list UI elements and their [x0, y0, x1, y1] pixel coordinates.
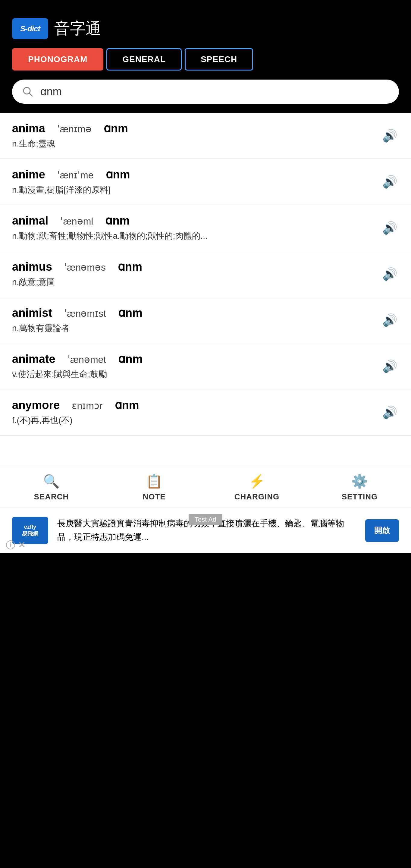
ad-banner: Test Ad ezfly 易飛網 長庚醫大實驗證實青消毒抑制病毒的功效，直接噴… [0, 507, 411, 553]
search-bar [12, 80, 399, 104]
dict-entry-anime[interactable]: anime ˈænɪˈme ɑnm n.動漫畫,樹脂[洋漆的原料] 🔊 [0, 159, 411, 205]
nav-search-label: SEARCH [34, 492, 69, 501]
logo-chinese: 音字通 [54, 18, 101, 39]
dict-phonetic: ˈænɪˈme [57, 169, 94, 181]
dict-word: anime [12, 168, 45, 181]
note-nav-icon: 📋 [146, 473, 162, 489]
dict-match: ɑnm [118, 260, 142, 273]
dict-word: animist [12, 307, 52, 319]
dict-word: animus [12, 260, 52, 273]
dict-entry-content: animate ˈænəmet ɑnm v.使活起來;賦與生命;鼓勵 [12, 352, 381, 380]
dict-phonetic: ˈænəmet [67, 354, 106, 365]
dict-entry-content: anime ˈænɪˈme ɑnm n.動漫畫,樹脂[洋漆的原料] [12, 168, 381, 195]
ad-info-icon[interactable]: i [6, 540, 15, 550]
search-icon [21, 85, 34, 98]
app-header: S-dict 音字通 [0, 0, 411, 48]
dict-definition: n.生命;靈魂 [12, 138, 381, 150]
dict-word: animal [12, 214, 48, 227]
dict-match: ɑnm [118, 352, 143, 366]
setting-nav-icon: ⚙️ [351, 473, 368, 489]
dict-entry-content: animus ˈænəməs ɑnm n.敵意;意圖 [12, 260, 381, 288]
charging-nav-icon: ⚡ [249, 473, 265, 489]
dict-entry-content: anima ˈænɪmə ɑnm n.生命;靈魂 [12, 122, 381, 150]
search-input[interactable] [40, 85, 390, 98]
dict-entry-animate[interactable]: animate ˈænəmet ɑnm v.使活起來;賦與生命;鼓勵 🔊 [0, 343, 411, 390]
ad-close-icon[interactable]: ✕ [18, 539, 26, 550]
ad-logo-text: ezfly 易飛網 [22, 524, 38, 538]
tab-general[interactable]: GENERAL [106, 48, 182, 70]
ad-open-button[interactable]: 開啟 [365, 519, 399, 542]
dict-word: anima [12, 122, 45, 135]
dict-match: ɑnm [118, 306, 143, 319]
dict-entry-animist[interactable]: animist ˈænəmɪst ɑnm n.萬物有靈論者 🔊 [0, 297, 411, 343]
dict-definition: n.萬物有靈論者 [12, 322, 381, 334]
dict-phonetic: ˈænəml [60, 216, 93, 227]
sound-icon[interactable]: 🔊 [381, 173, 399, 191]
dict-phonetic: ˈænɪmə [57, 123, 92, 135]
dict-match: ɑnm [104, 122, 128, 135]
dict-entry-animus[interactable]: animus ˈænəməs ɑnm n.敵意;意圖 🔊 [0, 251, 411, 297]
dict-match: ɑnm [115, 398, 139, 412]
sound-icon[interactable]: 🔊 [381, 219, 399, 237]
dict-definition: v.使活起來;賦與生命;鼓勵 [12, 369, 381, 380]
logo-letter: S-dict [20, 24, 40, 33]
search-nav-icon: 🔍 [43, 473, 60, 489]
tab-phonogram[interactable]: PHONOGRAM [12, 48, 103, 70]
logo-box: S-dict 音字通 [12, 18, 101, 39]
logo-image: S-dict [12, 18, 48, 39]
nav-charging-label: CHARGING [234, 492, 280, 501]
tab-bar: PHONOGRAM GENERAL SPEECH [0, 48, 411, 80]
bottom-navigation: 🔍 SEARCH 📋 NOTE ⚡ CHARGING ⚙️ SETTING [0, 466, 411, 507]
nav-note-label: NOTE [143, 492, 165, 501]
dict-phonetic: ˈænəməs [64, 261, 106, 273]
dict-entry-content: animal ˈænəml ɑnm n.動物;獸;畜牲;動物性;獸性a.動物的;… [12, 214, 381, 242]
sound-icon[interactable]: 🔊 [381, 127, 399, 145]
dict-phonetic: ɛnɪmɔr [72, 400, 102, 411]
nav-note[interactable]: 📋 NOTE [103, 466, 205, 507]
nav-setting-label: SETTING [342, 492, 378, 501]
dict-phonetic: ˈænəmɪst [64, 308, 106, 319]
dict-definition: f.(不)再,再也(不) [12, 415, 381, 426]
dict-word: animate [12, 352, 56, 366]
sound-icon[interactable]: 🔊 [381, 311, 399, 329]
dict-match: ɑnm [106, 168, 130, 181]
search-container [0, 80, 411, 113]
dict-entry-anima[interactable]: anima ˈænɪmə ɑnm n.生命;靈魂 🔊 [0, 113, 411, 159]
dict-definition: n.敵意;意圖 [12, 276, 381, 288]
dict-match: ɑnm [105, 214, 130, 227]
sound-icon[interactable]: 🔊 [381, 403, 399, 421]
ad-close-row: i ✕ [6, 539, 26, 550]
sound-icon[interactable]: 🔊 [381, 265, 399, 283]
dict-definition: n.動物;獸;畜牲;動物性;獸性a.動物的;獸性的;肉體的... [12, 230, 381, 242]
dict-entry-anymore[interactable]: anymore ɛnɪmɔr ɑnm f.(不)再,再也(不) 🔊 [0, 390, 411, 435]
dictionary-list: anima ˈænɪmə ɑnm n.生命;靈魂 🔊 anime ˈænɪˈme… [0, 113, 411, 435]
sound-icon[interactable]: 🔊 [381, 357, 399, 375]
tab-speech[interactable]: SPEECH [185, 48, 253, 70]
nav-setting[interactable]: ⚙️ SETTING [308, 466, 411, 507]
dict-definition: n.動漫畫,樹脂[洋漆的原料] [12, 184, 381, 195]
dict-entry-content: anymore ɛnɪmɔr ɑnm f.(不)再,再也(不) [12, 398, 381, 426]
dict-entry-content: animist ˈænəmɪst ɑnm n.萬物有靈論者 [12, 306, 381, 334]
ad-badge: Test Ad [189, 514, 222, 525]
dict-entry-animal[interactable]: animal ˈænəml ɑnm n.動物;獸;畜牲;動物性;獸性a.動物的;… [0, 205, 411, 251]
nav-search[interactable]: 🔍 SEARCH [0, 466, 103, 507]
nav-charging[interactable]: ⚡ CHARGING [205, 466, 308, 507]
dict-word: anymore [12, 399, 60, 412]
svg-line-1 [29, 93, 32, 96]
